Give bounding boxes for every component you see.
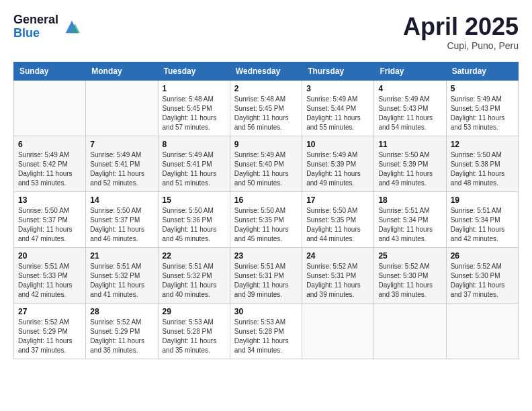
day-info: Sunrise: 5:49 AMSunset: 5:41 PMDaylight:… xyxy=(90,150,153,188)
calendar-week-4: 27Sunrise: 5:52 AMSunset: 5:29 PMDayligh… xyxy=(14,303,519,359)
calendar-cell xyxy=(446,303,518,359)
day-info: Sunrise: 5:50 AMSunset: 5:35 PMDaylight:… xyxy=(234,206,298,244)
day-number: 17 xyxy=(306,195,369,205)
day-info: Sunrise: 5:51 AMSunset: 5:34 PMDaylight:… xyxy=(378,206,441,244)
day-info: Sunrise: 5:49 AMSunset: 5:42 PMDaylight:… xyxy=(18,150,81,188)
calendar-cell: 14Sunrise: 5:50 AMSunset: 5:37 PMDayligh… xyxy=(86,191,158,247)
day-number: 19 xyxy=(451,195,514,205)
calendar-week-0: 1Sunrise: 5:48 AMSunset: 5:45 PMDaylight… xyxy=(14,80,519,136)
day-number: 18 xyxy=(378,195,441,205)
day-number: 28 xyxy=(90,307,153,316)
day-number: 12 xyxy=(451,140,514,149)
day-number: 4 xyxy=(378,84,441,93)
calendar-cell: 9Sunrise: 5:49 AMSunset: 5:40 PMDaylight… xyxy=(230,136,302,191)
calendar-cell: 2Sunrise: 5:48 AMSunset: 5:45 PMDaylight… xyxy=(230,80,302,136)
calendar-cell: 6Sunrise: 5:49 AMSunset: 5:42 PMDaylight… xyxy=(14,136,86,191)
day-number: 3 xyxy=(306,84,369,93)
day-number: 14 xyxy=(90,195,153,205)
calendar-cell: 30Sunrise: 5:53 AMSunset: 5:28 PMDayligh… xyxy=(230,303,302,359)
calendar-cell: 10Sunrise: 5:49 AMSunset: 5:39 PMDayligh… xyxy=(302,136,374,191)
calendar-cell xyxy=(302,303,374,359)
calendar-cell: 29Sunrise: 5:53 AMSunset: 5:28 PMDayligh… xyxy=(158,303,230,359)
day-info: Sunrise: 5:52 AMSunset: 5:31 PMDaylight:… xyxy=(306,262,369,300)
calendar-cell: 13Sunrise: 5:50 AMSunset: 5:37 PMDayligh… xyxy=(14,191,86,247)
header-day-friday: Friday xyxy=(374,62,446,80)
day-info: Sunrise: 5:49 AMSunset: 5:44 PMDaylight:… xyxy=(306,95,369,132)
day-number: 22 xyxy=(163,251,226,261)
header-day-tuesday: Tuesday xyxy=(158,62,230,80)
month-title: April 2025 xyxy=(403,13,519,40)
day-info: Sunrise: 5:50 AMSunset: 5:37 PMDaylight:… xyxy=(18,206,81,244)
logo-icon xyxy=(62,17,81,36)
calendar-cell: 4Sunrise: 5:49 AMSunset: 5:43 PMDaylight… xyxy=(374,80,446,136)
calendar-cell: 3Sunrise: 5:49 AMSunset: 5:44 PMDaylight… xyxy=(302,80,374,136)
header-day-saturday: Saturday xyxy=(446,62,518,80)
day-info: Sunrise: 5:52 AMSunset: 5:30 PMDaylight:… xyxy=(451,262,514,300)
day-info: Sunrise: 5:48 AMSunset: 5:45 PMDaylight:… xyxy=(163,95,226,132)
calendar-cell: 7Sunrise: 5:49 AMSunset: 5:41 PMDaylight… xyxy=(86,136,158,191)
calendar-cell: 22Sunrise: 5:51 AMSunset: 5:32 PMDayligh… xyxy=(158,247,230,303)
day-number: 5 xyxy=(451,84,514,93)
day-info: Sunrise: 5:49 AMSunset: 5:40 PMDaylight:… xyxy=(234,150,298,188)
day-number: 2 xyxy=(234,84,298,93)
day-number: 29 xyxy=(163,307,226,316)
calendar-cell: 23Sunrise: 5:51 AMSunset: 5:31 PMDayligh… xyxy=(230,247,302,303)
day-info: Sunrise: 5:51 AMSunset: 5:31 PMDaylight:… xyxy=(234,262,298,300)
day-number: 6 xyxy=(18,140,81,149)
calendar-cell: 5Sunrise: 5:49 AMSunset: 5:43 PMDaylight… xyxy=(446,80,518,136)
calendar-cell xyxy=(14,80,86,136)
day-info: Sunrise: 5:50 AMSunset: 5:37 PMDaylight:… xyxy=(90,206,153,244)
day-number: 21 xyxy=(90,251,153,261)
day-info: Sunrise: 5:48 AMSunset: 5:45 PMDaylight:… xyxy=(234,95,298,132)
day-info: Sunrise: 5:50 AMSunset: 5:39 PMDaylight:… xyxy=(378,150,441,188)
logo-text: General Blue xyxy=(13,13,58,40)
day-number: 26 xyxy=(451,251,514,261)
day-info: Sunrise: 5:51 AMSunset: 5:33 PMDaylight:… xyxy=(18,262,81,300)
day-number: 9 xyxy=(234,140,298,149)
calendar-cell: 1Sunrise: 5:48 AMSunset: 5:45 PMDaylight… xyxy=(158,80,230,136)
day-number: 13 xyxy=(18,195,81,205)
calendar-table: SundayMondayTuesdayWednesdayThursdayFrid… xyxy=(13,62,519,359)
location-subtitle: Cupi, Puno, Peru xyxy=(403,40,519,51)
day-info: Sunrise: 5:49 AMSunset: 5:39 PMDaylight:… xyxy=(306,150,369,188)
header-day-wednesday: Wednesday xyxy=(230,62,302,80)
calendar-cell: 24Sunrise: 5:52 AMSunset: 5:31 PMDayligh… xyxy=(302,247,374,303)
day-info: Sunrise: 5:52 AMSunset: 5:30 PMDaylight:… xyxy=(378,262,441,300)
header-row: SundayMondayTuesdayWednesdayThursdayFrid… xyxy=(14,62,519,80)
day-number: 25 xyxy=(378,251,441,261)
day-number: 1 xyxy=(163,84,226,93)
calendar-cell: 19Sunrise: 5:51 AMSunset: 5:34 PMDayligh… xyxy=(446,191,518,247)
calendar-cell: 27Sunrise: 5:52 AMSunset: 5:29 PMDayligh… xyxy=(14,303,86,359)
calendar-cell: 16Sunrise: 5:50 AMSunset: 5:35 PMDayligh… xyxy=(230,191,302,247)
calendar-cell: 25Sunrise: 5:52 AMSunset: 5:30 PMDayligh… xyxy=(374,247,446,303)
calendar-cell xyxy=(374,303,446,359)
day-info: Sunrise: 5:49 AMSunset: 5:43 PMDaylight:… xyxy=(451,95,514,132)
page-header: General Blue April 2025 Cupi, Puno, Peru xyxy=(13,13,519,51)
day-number: 24 xyxy=(306,251,369,261)
day-number: 7 xyxy=(90,140,153,149)
day-number: 30 xyxy=(234,307,298,316)
calendar-week-3: 20Sunrise: 5:51 AMSunset: 5:33 PMDayligh… xyxy=(14,247,519,303)
calendar-cell: 28Sunrise: 5:52 AMSunset: 5:29 PMDayligh… xyxy=(86,303,158,359)
calendar-header: SundayMondayTuesdayWednesdayThursdayFrid… xyxy=(14,62,519,80)
calendar-cell: 8Sunrise: 5:49 AMSunset: 5:41 PMDaylight… xyxy=(158,136,230,191)
header-day-sunday: Sunday xyxy=(14,62,86,80)
logo-blue: Blue xyxy=(13,27,58,40)
calendar-cell: 12Sunrise: 5:50 AMSunset: 5:38 PMDayligh… xyxy=(446,136,518,191)
day-info: Sunrise: 5:53 AMSunset: 5:28 PMDaylight:… xyxy=(163,318,226,355)
calendar-cell: 26Sunrise: 5:52 AMSunset: 5:30 PMDayligh… xyxy=(446,247,518,303)
calendar-cell: 21Sunrise: 5:51 AMSunset: 5:32 PMDayligh… xyxy=(86,247,158,303)
day-info: Sunrise: 5:53 AMSunset: 5:28 PMDaylight:… xyxy=(234,318,298,355)
logo-general: General xyxy=(13,13,58,27)
header-day-monday: Monday xyxy=(86,62,158,80)
day-info: Sunrise: 5:51 AMSunset: 5:32 PMDaylight:… xyxy=(163,262,226,300)
header-day-thursday: Thursday xyxy=(302,62,374,80)
calendar-cell: 20Sunrise: 5:51 AMSunset: 5:33 PMDayligh… xyxy=(14,247,86,303)
day-info: Sunrise: 5:49 AMSunset: 5:43 PMDaylight:… xyxy=(378,95,441,132)
day-info: Sunrise: 5:50 AMSunset: 5:36 PMDaylight:… xyxy=(163,206,226,244)
calendar-cell: 15Sunrise: 5:50 AMSunset: 5:36 PMDayligh… xyxy=(158,191,230,247)
day-info: Sunrise: 5:50 AMSunset: 5:35 PMDaylight:… xyxy=(306,206,369,244)
calendar-week-2: 13Sunrise: 5:50 AMSunset: 5:37 PMDayligh… xyxy=(14,191,519,247)
calendar-body: 1Sunrise: 5:48 AMSunset: 5:45 PMDaylight… xyxy=(14,80,519,359)
day-number: 10 xyxy=(306,140,369,149)
